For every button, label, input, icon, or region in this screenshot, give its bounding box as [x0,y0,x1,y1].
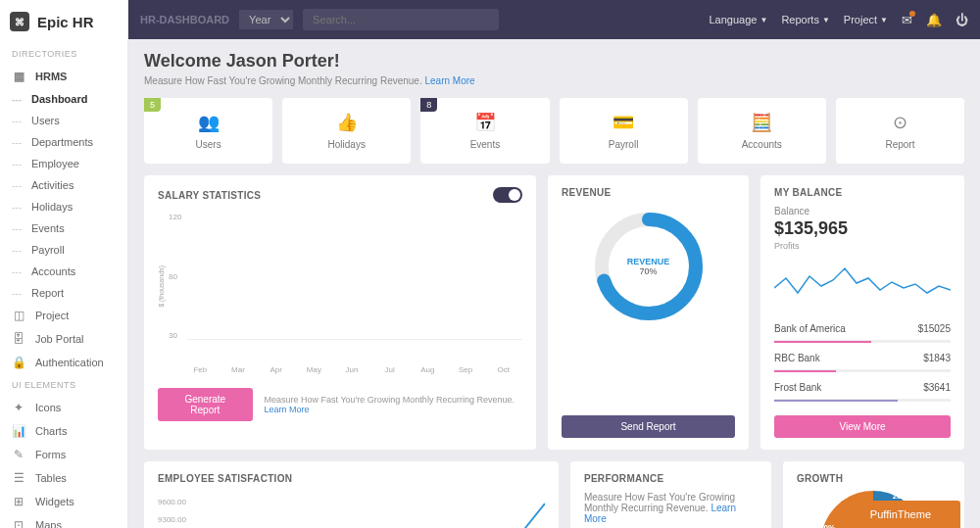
welcome-title: Welcome Jason Porter! [144,51,964,72]
emp-chart [192,494,545,528]
sidebar-item-report[interactable]: ---Report [0,282,127,304]
sidebar-item-holidays[interactable]: ---Holidays [0,196,127,217]
forms-icon: ✎ [12,448,25,461]
sidebar-item-departments[interactable]: ---Departments [0,131,127,153]
mail-icon[interactable]: ✉ [902,13,912,27]
icon-card-accounts[interactable]: 🧮Accounts [698,98,826,164]
bell-icon[interactable]: 🔔 [926,13,942,27]
sidebar-item-authentication[interactable]: 🔒Authentication [0,351,127,374]
dash-icon: --- [12,288,22,299]
welcome-sub: Measure How Fast You're Growing Monthly … [144,75,964,86]
perf-title: PERFORMANCE [584,473,758,484]
send-report-button[interactable]: Send Report [562,415,735,438]
view-more-button[interactable]: View More [774,415,951,438]
topbar: HR-DASHBOARD Year Language▼ Reports▼ Pro… [128,0,980,39]
sidebar-item-activities[interactable]: ---Activities [0,174,127,196]
holidays-icon: 👍 [336,112,358,133]
puffin-theme-button[interactable]: PuffinTheme [841,501,960,528]
balance-sub: Profits [774,241,951,251]
revenue-donut: REVENUE70% [590,208,708,325]
sidebar-section-ui: UI ELEMENTS [0,374,127,396]
welcome: Welcome Jason Porter! Measure How Fast Y… [144,51,964,86]
maps-icon: ⊡ [12,518,25,528]
sidebar-item-job-portal[interactable]: 🗄Job Portal [0,327,127,351]
dash-icon: --- [12,116,22,126]
accounts-icon: 🧮 [751,112,772,133]
content: Welcome Jason Porter! Measure How Fast Y… [128,39,980,528]
icon-card-holidays[interactable]: 👍Holidays [282,98,411,164]
emp-title: EMPLOYEE SATISFACTION [158,473,545,484]
learn-more-link[interactable]: Learn More [425,75,475,86]
employee-satisfaction-card: EMPLOYEE SATISFACTION 9600.009300.009000… [144,461,559,528]
sidebar-item-project[interactable]: ◫Project [0,304,127,327]
widgets-icon: ⊞ [12,495,25,508]
dash-icon: --- [12,245,22,256]
brand-text: Epic HR [37,14,94,30]
salary-card: SALARY STATISTICS $ (thousands) 1208030 … [144,175,536,450]
salary-chart: $ (thousands) 1208030 [158,213,522,360]
salary-learn-more[interactable]: Learn More [265,405,310,414]
year-select[interactable]: Year [239,10,293,29]
performance-card: PERFORMANCE Measure How Fast You're Grow… [570,461,771,528]
charts-icon: 📊 [12,424,25,438]
brand-icon: ⌘ [10,12,29,31]
topbar-title: HR-DASHBOARD [140,14,229,25]
dash-icon: --- [12,202,22,213]
perf-sub: Measure How Fast You're Growing Monthly … [584,492,758,524]
sidebar: ⌘ Epic HR DIRECTORIES ▦ HRMS ---Dashboar… [0,0,128,528]
sidebar-item-maps[interactable]: ⊡Maps [0,513,127,528]
bank-row: RBC Bank$1843 [774,347,951,370]
growth-title: GROWTH [797,473,951,484]
icon-cards-row: 5👥Users👍Holidays8📅Events💳Payroll🧮Account… [144,98,964,164]
sidebar-item-events[interactable]: ---Events [0,217,127,239]
bank-row: Frost Bank$3641 [774,376,951,400]
balance-amount: $135,965 [774,218,951,239]
icon-card-payroll[interactable]: 💳Payroll [560,98,688,164]
sidebar-item-widgets[interactable]: ⊞Widgets [0,490,127,513]
sidebar-item-users[interactable]: ---Users [0,110,127,131]
job portal-icon: 🗄 [12,332,25,346]
dash-icon: --- [12,94,22,105]
dash-icon: --- [12,266,22,277]
sidebar-item-employee[interactable]: ---Employee [0,153,127,174]
salary-subtext: Measure How Fast You're Growing Monthly … [265,395,522,414]
balance-title: MY BALANCE [774,187,951,198]
project-icon: ◫ [12,309,25,322]
icon-card-users[interactable]: 5👥Users [144,98,272,164]
power-icon[interactable]: ⏻ [956,13,968,27]
sidebar-module-hrms[interactable]: ▦ HRMS [0,65,127,88]
icon-card-report[interactable]: ⊙Report [836,98,964,164]
sidebar-item-accounts[interactable]: ---Accounts [0,261,127,282]
search-input[interactable] [303,9,499,30]
dash-icon: --- [12,137,22,148]
badge: 5 [144,98,161,112]
tables-icon: ☰ [12,471,25,485]
bank-row: Bank of America$15025 [774,317,951,341]
events-icon: 📅 [474,112,496,133]
dash-icon: --- [12,159,22,169]
badge: 8 [420,98,437,112]
sidebar-item-payroll[interactable]: ---Payroll [0,239,127,261]
icons-icon: ✦ [12,401,25,414]
sidebar-item-charts[interactable]: 📊Charts [0,419,127,443]
brand: ⌘ Epic HR [0,0,127,43]
sidebar-item-icons[interactable]: ✦Icons [0,396,127,419]
salary-ylabel: $ (thousands) [158,265,165,308]
report-icon: ⊙ [893,112,907,133]
salary-title: SALARY STATISTICS [158,190,261,201]
sidebar-item-dashboard[interactable]: ---Dashboard [0,88,127,110]
sidebar-section-directories: DIRECTORIES [0,43,127,65]
icon-card-events[interactable]: 8📅Events [420,98,549,164]
language-menu[interactable]: Language▼ [710,14,768,25]
sidebar-item-tables[interactable]: ☰Tables [0,466,127,490]
reports-menu[interactable]: Reports▼ [781,14,829,25]
grid-icon: ▦ [12,70,25,83]
balance-card: MY BALANCE Balance $135,965 Profits Bank… [760,175,964,450]
balance-label: Balance [774,206,951,216]
sidebar-item-forms[interactable]: ✎Forms [0,443,127,466]
payroll-icon: 💳 [612,112,634,133]
generate-report-button[interactable]: Generate Report [158,388,253,421]
dash-icon: --- [12,180,22,191]
salary-toggle[interactable] [493,187,522,203]
project-menu[interactable]: Project▼ [844,14,888,25]
